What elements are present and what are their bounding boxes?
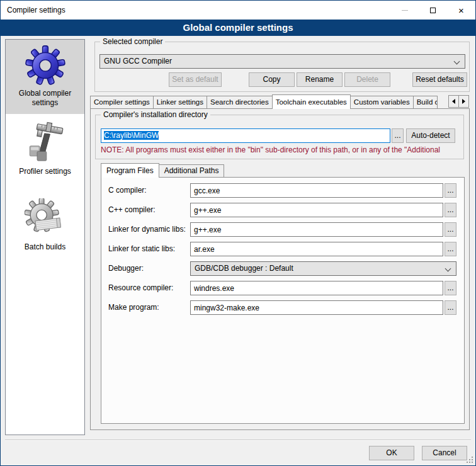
installation-directory-browse-button[interactable]: ... [392,128,404,143]
sidebar-item-profiler-settings[interactable]: Profiler settings [6,114,84,191]
sidebar-item-label: Profiler settings [6,166,84,181]
chevron-down-icon [454,59,460,65]
set-as-default-button: Set as default [169,72,222,87]
linker-dynamic-label: Linker for dynamic libs: [108,225,186,234]
programs-tab-strip: Program Files Additional Paths [101,163,465,177]
linker-static-input[interactable] [190,242,443,256]
installation-directory-legend: Compiler's installation directory [101,110,210,119]
tab-search-directories[interactable]: Search directories [207,96,273,108]
linker-dynamic-browse-button[interactable]: ... [445,222,456,237]
installation-directory-group: Compiler's installation directory C:\ray… [95,115,464,159]
title-bar[interactable]: Compiler settings × [1,1,475,20]
delete-button: Delete [344,72,390,87]
debugger-row: Debugger: GDB/CDB debugger : Default [101,261,464,276]
gray-gear-stack-icon [6,197,84,241]
cpp-compiler-label: C++ compiler: [108,205,156,214]
linker-static-browse-button[interactable]: ... [445,242,456,256]
cpp-compiler-browse-button[interactable]: ... [445,203,456,217]
cpp-compiler-row: C++ compiler: ... [101,203,464,217]
make-program-label: Make program: [108,303,159,312]
bin-subdirectory-note: NOTE: All programs must exist either in … [101,145,463,154]
sidebar-item-label: Batch builds [6,241,84,257]
close-button[interactable]: × [447,1,475,20]
c-compiler-label: C compiler: [108,186,147,195]
main-tab-strip: Compiler settings Linker settings Search… [90,94,470,108]
installation-directory-input[interactable]: C:\raylib\MinGW [101,128,390,143]
settings-notebook: Compiler settings Linker settings Search… [90,94,470,430]
copy-button[interactable]: Copy [249,72,295,87]
page-title: Global compiler settings [1,20,475,36]
footer-divider [5,440,471,441]
tab-scroll-right-button[interactable] [458,95,469,108]
blue-gear-icon [6,43,84,88]
toolchain-executables-page: Compiler's installation directory C:\ray… [90,108,470,430]
sidebar-item-batch-builds[interactable]: Batch builds [6,191,84,266]
linker-static-label: Linker for static libs: [108,244,175,253]
make-program-input[interactable] [190,300,443,315]
sidebar-item-label: Global compiler settings [6,88,84,113]
resource-compiler-label: Resource compiler: [108,283,173,292]
selected-compiler-value: GNU GCC Compiler [104,57,172,65]
tab-build-options[interactable]: Build options [413,96,438,108]
c-compiler-row: C compiler: ... [101,183,464,198]
make-program-row: Make program: ... [101,300,464,315]
debugger-value: GDB/CDB debugger : Default [195,264,293,273]
cpp-compiler-input[interactable] [190,203,443,217]
c-compiler-input[interactable] [190,183,443,198]
close-icon: × [458,6,464,15]
tab-compiler-settings[interactable]: Compiler settings [90,96,154,108]
installation-directory-value: C:\raylib\MinGW [104,131,159,140]
tab-additional-paths[interactable]: Additional Paths [159,164,225,177]
maximize-button[interactable] [419,1,447,20]
compiler-settings-dialog: Compiler settings × Global compiler sett… [0,0,476,466]
settings-category-list: Global compiler settings [5,39,85,435]
linker-static-row: Linker for static libs: ... [101,242,464,256]
resource-compiler-row: Resource compiler: ... [101,281,464,295]
cancel-button[interactable]: Cancel [422,446,467,460]
sidebar-item-global-compiler-settings[interactable]: Global compiler settings [6,40,84,114]
selected-compiler-combobox[interactable]: GNU GCC Compiler [99,54,465,69]
minimize-icon [402,10,408,11]
right-arrow-icon [462,99,465,104]
caption-buttons: × [390,1,475,20]
make-program-browse-button[interactable]: ... [445,300,456,315]
caliper-icon [6,122,84,166]
linker-dynamic-row: Linker for dynamic libs: ... [101,222,464,237]
selected-compiler-group: Selected compiler GNU GCC Compiler Set a… [94,42,470,92]
ok-button[interactable]: OK [369,446,414,460]
program-files-page: C compiler: ... C++ compiler: ... Linker… [101,177,465,424]
rename-button[interactable]: Rename [297,72,343,87]
tab-scroll-left-button[interactable] [448,95,459,108]
tab-custom-variables[interactable]: Custom variables [350,96,414,108]
tab-scroll-buttons [449,95,469,108]
window-title: Compiler settings [1,6,65,14]
programs-notebook: Program Files Additional Paths C compile… [101,163,465,424]
selected-compiler-legend: Selected compiler [100,37,165,46]
linker-dynamic-input[interactable] [190,222,443,237]
debugger-label: Debugger: [108,264,144,273]
tab-toolchain-executables[interactable]: Toolchain executables [272,94,351,109]
dialog-body: Global compiler settings [1,36,475,465]
resource-compiler-input[interactable] [190,281,443,295]
reset-defaults-button[interactable]: Reset defaults [412,72,467,87]
c-compiler-browse-button[interactable]: ... [445,183,456,198]
tab-linker-settings[interactable]: Linker settings [153,96,207,108]
minimize-button [390,1,419,20]
tab-program-files[interactable]: Program Files [101,163,159,178]
left-arrow-icon [452,99,455,104]
maximize-icon [430,8,436,13]
chevron-down-icon [445,266,451,272]
debugger-combobox[interactable]: GDB/CDB debugger : Default [190,261,456,276]
resize-grip[interactable] [467,457,473,463]
auto-detect-button[interactable]: Auto-detect [406,128,455,143]
resource-compiler-browse-button[interactable]: ... [445,281,456,295]
